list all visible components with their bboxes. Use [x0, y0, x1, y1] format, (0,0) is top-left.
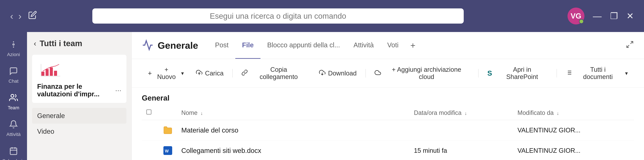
sidebar-item-team[interactable]: Team — [0, 89, 27, 115]
copia-icon — [242, 69, 248, 77]
svg-point-2 — [13, 46, 14, 48]
compose-button[interactable] — [28, 11, 37, 21]
tutti-documenti-chevron-icon: ▾ — [625, 70, 628, 76]
file-date — [410, 120, 514, 141]
file-name[interactable]: Collegamenti siti web.docx — [181, 147, 261, 154]
sidebar-item-label-chat: Chat — [8, 78, 18, 84]
restore-button[interactable]: ❐ — [610, 11, 618, 21]
team-name-row: Finanza per le valutazioni d'impr... ··· — [37, 83, 121, 98]
expand-button[interactable] — [626, 40, 634, 50]
file-name[interactable]: Materiale del corso — [181, 127, 238, 134]
sidebar-item-azioni[interactable]: Azioni — [0, 35, 27, 62]
avatar[interactable]: VG — [568, 7, 584, 24]
channel-list: Generale Video — [27, 106, 132, 141]
tab-post[interactable]: Post — [208, 32, 235, 59]
toolbar-divider-1 — [232, 69, 232, 77]
sharepoint-icon: S — [487, 69, 492, 77]
list-icon — [566, 69, 572, 77]
nuovo-icon: + — [148, 70, 152, 77]
minimize-button[interactable]: — — [593, 11, 602, 21]
row-checkbox-cell — [142, 120, 158, 141]
file-date: 15 minuti fa — [410, 141, 514, 160]
svg-point-3 — [11, 95, 14, 97]
back-arrow[interactable]: ‹ — [10, 11, 13, 21]
channel-chart-icon — [142, 39, 154, 52]
file-author: VALENTINUZ GIOR... — [514, 120, 634, 141]
tab-voti[interactable]: Voti — [380, 32, 405, 59]
team-card: Finanza per le valutazioni d'impr... ··· — [32, 55, 126, 103]
col-data-modifica[interactable]: Data/ora modifica ↓ — [410, 106, 514, 120]
toolbar-divider-3 — [478, 69, 478, 77]
nav-arrows: ‹ › — [10, 11, 22, 21]
channel-item-generale[interactable]: Generale — [32, 108, 126, 124]
carica-icon — [196, 69, 202, 77]
download-button[interactable]: Download — [313, 66, 363, 80]
toolbar-divider-2 — [366, 69, 366, 77]
team-name: Finanza per le valutazioni d'impr... — [37, 83, 112, 98]
sidebar-item-chat[interactable]: Chat — [0, 62, 27, 89]
nome-sort-icon: ↓ — [200, 111, 203, 116]
sidebar-item-attivita[interactable]: Attività — [0, 115, 27, 142]
forward-arrow[interactable]: › — [18, 11, 22, 21]
content-area: Generale Post File Blocco appunti della … — [132, 32, 644, 160]
col-modificato-da[interactable]: Modificato da ↓ — [514, 106, 634, 120]
file-browser: General Nome ↓ — [132, 88, 644, 160]
folder-icon-cell — [158, 120, 177, 141]
chat-icon — [9, 67, 18, 77]
sidebar-item-label-calendario: Calendario — [2, 158, 25, 160]
table-row: W Collegamenti siti web.docx 15 minuti f… — [142, 141, 634, 160]
icon-sidebar: Azioni Chat Team — [0, 32, 27, 160]
back-to-teams[interactable]: ‹ Tutti i team — [27, 32, 132, 51]
svg-rect-4 — [10, 148, 17, 155]
data-sort-icon: ↓ — [464, 111, 467, 116]
search-bar[interactable] — [92, 8, 464, 23]
tab-file[interactable]: File — [235, 32, 260, 59]
sidebar-item-calendario[interactable]: Calendario — [0, 142, 27, 160]
teams-panel: ‹ Tutti i team — [27, 32, 132, 160]
file-name-cell: Materiale del corso — [177, 120, 410, 141]
nuovo-chevron-icon: ▾ — [181, 70, 184, 76]
team-more-button[interactable]: ··· — [115, 86, 121, 95]
svg-text:W: W — [165, 149, 169, 153]
add-tab-button[interactable]: + — [405, 32, 420, 59]
aggiungi-archiviazione-button[interactable]: + Aggiungi archiviazione cloud — [368, 63, 476, 84]
copia-collegamento-button[interactable]: Copia collegamento — [235, 63, 313, 84]
tab-bar: Generale Post File Blocco appunti della … — [132, 32, 644, 59]
svg-rect-11 — [50, 67, 53, 76]
file-table: Nome ↓ Data/ora modifica ↓ Modificato da… — [142, 106, 634, 160]
table-row: Materiale del corso VALENTINUZ GIOR... — [142, 120, 634, 141]
cloud-icon — [374, 69, 381, 77]
tutti-documenti-button[interactable]: Tutti i documenti ▾ — [560, 63, 634, 84]
toolbar: + + Nuovo ▾ Carica — [132, 59, 644, 88]
search-input[interactable] — [99, 11, 457, 20]
col-nome[interactable]: Nome ↓ — [177, 106, 410, 120]
nuovo-button[interactable]: + + Nuovo ▾ — [142, 63, 190, 84]
file-name-cell: Collegamenti siti web.docx — [177, 141, 410, 160]
apri-sharepoint-button[interactable]: S Apri in SharePoint — [481, 63, 554, 84]
tab-blocco[interactable]: Blocco appunti della cl... — [260, 32, 347, 59]
channel-title: Generale — [158, 40, 198, 51]
carica-button[interactable]: Carica — [190, 66, 230, 80]
autore-sort-icon: ↓ — [557, 111, 559, 116]
svg-line-15 — [630, 41, 633, 44]
team-icon — [9, 93, 18, 103]
svg-rect-9 — [41, 72, 44, 76]
sidebar-item-label-attivita: Attività — [6, 132, 20, 137]
main-layout: Azioni Chat Team — [0, 32, 644, 160]
download-icon — [319, 69, 326, 77]
sidebar-item-label-team: Team — [8, 105, 19, 111]
word-icon-cell: W — [158, 141, 177, 160]
svg-rect-10 — [46, 69, 48, 76]
toolbar-right: Tutti i documenti ▾ — [554, 63, 634, 84]
table-header-row: Nome ↓ Data/ora modifica ↓ Modificato da… — [142, 106, 634, 120]
svg-rect-25 — [147, 110, 151, 114]
file-author: VALENTINUZ GIOR... — [514, 141, 634, 160]
svg-line-16 — [627, 45, 629, 47]
folder-icon — [162, 125, 173, 136]
back-arrow-teams: ‹ — [34, 39, 36, 48]
azioni-icon — [9, 40, 18, 50]
close-button[interactable]: ✕ — [626, 11, 634, 21]
window-controls: VG — ❐ ✕ — [568, 7, 634, 24]
tab-attivita[interactable]: Attività — [347, 32, 380, 59]
channel-item-video[interactable]: Video — [32, 124, 126, 139]
